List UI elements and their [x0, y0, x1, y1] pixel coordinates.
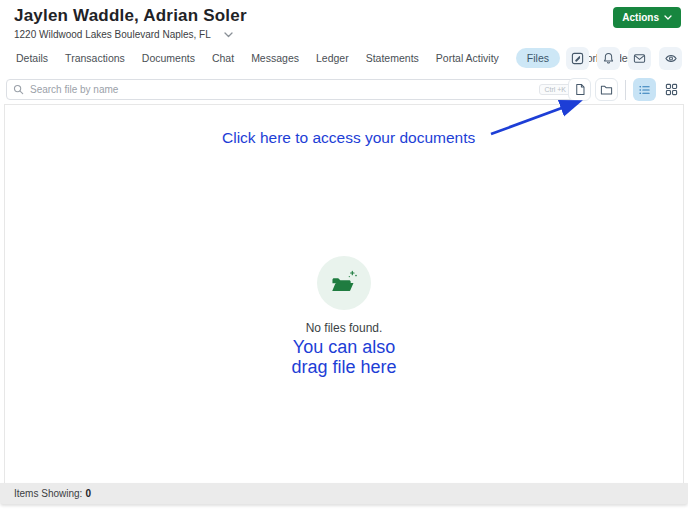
mail-button[interactable] — [628, 47, 651, 70]
grid-view-icon — [665, 83, 678, 96]
empty-state: No files found. You can also drag file h… — [0, 256, 688, 377]
tab-documents[interactable]: Documents — [142, 52, 195, 64]
annotation-drag-line2: drag file here — [291, 358, 396, 378]
notifications-button[interactable] — [597, 47, 620, 70]
list-view-button[interactable] — [633, 78, 656, 101]
tab-details[interactable]: Details — [16, 52, 48, 64]
tab-portal-activity[interactable]: Portal Activity — [436, 52, 499, 64]
tab-bar: Details Transactions Documents Chat Mess… — [16, 48, 636, 68]
actions-button[interactable]: Actions — [613, 7, 681, 28]
tab-chat[interactable]: Chat — [212, 52, 234, 64]
list-view-icon — [638, 84, 651, 96]
address-text: 1220 Wildwood Lakes Boulevard Naples, FL — [14, 29, 211, 40]
entity-icon-row — [566, 47, 682, 70]
actions-button-label: Actions — [622, 12, 659, 23]
edit-note-icon — [571, 52, 584, 65]
add-file-button[interactable] — [568, 78, 591, 101]
folder-icon — [600, 84, 613, 96]
search-input[interactable] — [30, 84, 533, 95]
file-icon — [574, 83, 586, 96]
annotation-click-documents: Click here to access your documents — [222, 129, 475, 147]
add-folder-button[interactable] — [595, 78, 618, 101]
search-bar: Ctrl +K — [6, 79, 578, 100]
keyboard-shortcut-hint: Ctrl +K — [539, 84, 571, 95]
footer-status-bar: Items Showing: 0 — [0, 483, 688, 504]
tab-transactions[interactable]: Transactions — [65, 52, 125, 64]
items-showing-label: Items Showing: — [14, 488, 82, 499]
annotation-drag-line1: You can also — [291, 338, 396, 358]
tab-ledger[interactable]: Ledger — [316, 52, 349, 64]
file-view-toolbar — [568, 78, 683, 101]
edit-note-button[interactable] — [566, 47, 589, 70]
toolbar-divider — [625, 80, 626, 100]
chevron-down-icon[interactable] — [224, 32, 233, 38]
annotation-drag-here: You can also drag file here — [291, 338, 396, 377]
search-icon — [13, 84, 24, 95]
items-showing-count: 0 — [85, 488, 91, 499]
tab-statements[interactable]: Statements — [366, 52, 419, 64]
empty-state-circle — [317, 256, 371, 310]
page-title: Jaylen Waddle, Adrian Soler — [14, 6, 247, 26]
grid-view-button[interactable] — [660, 78, 683, 101]
empty-state-message: No files found. — [306, 321, 383, 335]
chevron-down-icon — [664, 15, 672, 20]
open-folder-icon — [329, 269, 359, 297]
bell-icon — [602, 52, 615, 65]
tab-messages[interactable]: Messages — [251, 52, 299, 64]
tab-files[interactable]: Files — [516, 48, 560, 68]
mail-icon — [633, 52, 646, 65]
view-button[interactable] — [659, 47, 682, 70]
eye-icon — [664, 52, 678, 65]
address-row: 1220 Wildwood Lakes Boulevard Naples, FL — [14, 29, 233, 40]
